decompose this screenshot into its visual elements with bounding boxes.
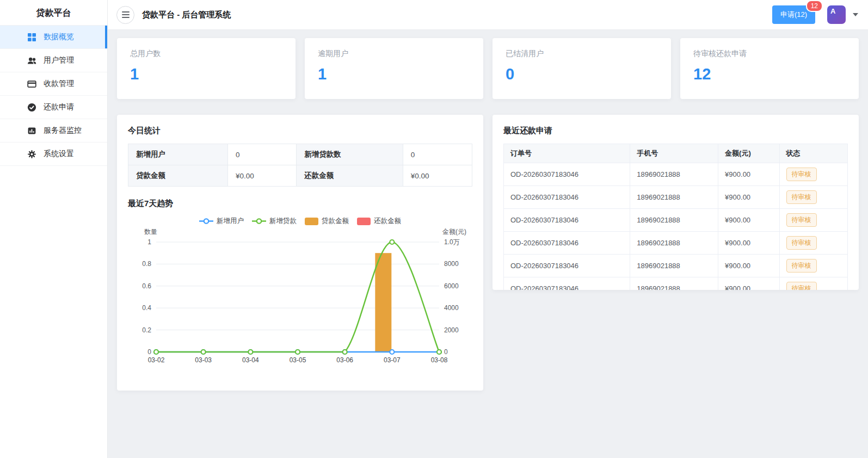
menu-toggle-button[interactable] xyxy=(116,6,134,24)
stat-value: 0 xyxy=(506,65,658,83)
svg-text:03-08: 03-08 xyxy=(431,356,448,364)
sidebar-item-label: 数据概览 xyxy=(44,32,74,42)
trend-chart: 000.220000.440000.660000.8800011.0万数量金额(… xyxy=(128,227,468,365)
status-badge: 待审核 xyxy=(786,213,817,227)
today-stat-value: ¥0.00 xyxy=(403,165,472,187)
order-id-cell: OD-20260307183046 xyxy=(504,209,630,232)
chart-legend: 新增用户新增贷款贷款金额还款金额 xyxy=(128,216,472,226)
svg-text:0: 0 xyxy=(444,348,448,356)
app-root: 贷款平台 数据概览用户管理收款管理还款申请服务器监控系统设置 贷款平台 - 后台… xyxy=(0,0,868,458)
today-stat-label: 新增用户 xyxy=(128,144,228,165)
svg-text:03-06: 03-06 xyxy=(336,356,353,364)
sidebar-item-label: 用户管理 xyxy=(44,55,74,65)
status-badge: 待审核 xyxy=(786,282,817,290)
stat-label: 逾期用户 xyxy=(318,49,470,59)
legend-label: 新增用户 xyxy=(217,216,244,226)
svg-text:数量: 数量 xyxy=(144,228,157,236)
svg-text:4000: 4000 xyxy=(444,304,459,312)
amount-cell: ¥900.00 xyxy=(718,186,779,209)
svg-text:03-05: 03-05 xyxy=(290,356,306,364)
sidebar-item-users[interactable]: 用户管理 xyxy=(0,49,107,72)
trend-title: 最近7天趋势 xyxy=(128,199,472,209)
app-logo: 贷款平台 xyxy=(0,0,107,26)
recent-table-header: 订单号 xyxy=(504,144,630,163)
phone-cell: 18969021888 xyxy=(630,255,718,277)
sidebar-item-server[interactable]: 服务器监控 xyxy=(0,119,107,143)
sidebar-menu: 数据概览用户管理收款管理还款申请服务器监控系统设置 xyxy=(0,26,107,166)
phone-cell: 18969021888 xyxy=(630,186,718,209)
today-stat-label: 还款金额 xyxy=(297,165,403,187)
recent-table-header: 手机号 xyxy=(630,144,718,163)
recent-table-header: 状态 xyxy=(779,144,847,163)
sidebar-item-label: 还款申请 xyxy=(44,102,74,112)
order-id-cell: OD-20260307183046 xyxy=(504,163,630,186)
stat-value: 1 xyxy=(130,65,282,83)
amount-cell: ¥900.00 xyxy=(718,255,779,277)
sidebar-item-overview[interactable]: 数据概览 xyxy=(0,26,107,49)
stat-label: 总用户数 xyxy=(130,49,282,59)
svg-text:0.4: 0.4 xyxy=(142,304,151,312)
status-cell: 待审核 xyxy=(779,186,847,209)
table-row: OD-2026030718304618969021888¥900.00待审核 xyxy=(504,232,848,255)
svg-text:03-04: 03-04 xyxy=(242,356,259,364)
stat-cards-row: 总用户数1逾期用户1已结清用户0待审核还款申请12 xyxy=(117,38,859,99)
table-row: OD-2026030718304618969021888¥900.00待审核 xyxy=(504,209,848,232)
order-id-cell: OD-20260307183046 xyxy=(504,186,630,209)
stat-label: 待审核还款申请 xyxy=(693,49,846,59)
check-circle-icon xyxy=(27,103,36,112)
users-icon xyxy=(27,56,36,65)
stat-card: 逾期用户1 xyxy=(305,38,483,99)
recent-repayments-panel: 最近还款申请 订单号手机号金额(元)状态 OD-2026030718304618… xyxy=(493,115,859,290)
today-stat-value: 0 xyxy=(403,144,472,165)
server-monitor-icon xyxy=(27,126,36,135)
phone-cell: 18969021888 xyxy=(630,163,718,186)
today-stats-table: 新增用户0新增贷款数0贷款金额¥0.00还款金额¥0.00 xyxy=(128,144,472,187)
status-badge: 待审核 xyxy=(786,236,817,250)
legend-label: 新增贷款 xyxy=(269,216,297,226)
table-row: OD-2026030718304618969021888¥900.00待审核 xyxy=(504,277,848,290)
sidebar-item-label: 收款管理 xyxy=(44,79,74,89)
svg-text:8000: 8000 xyxy=(444,260,459,268)
svg-text:金额(元): 金额(元) xyxy=(442,228,466,236)
amount-cell: ¥900.00 xyxy=(718,163,779,186)
today-stats-panel: 今日统计 新增用户0新增贷款数0贷款金额¥0.00还款金额¥0.00 最近7天趋… xyxy=(117,115,483,391)
status-cell: 待审核 xyxy=(779,163,847,186)
table-row: OD-2026030718304618969021888¥900.00待审核 xyxy=(504,255,848,277)
today-stat-label: 贷款金额 xyxy=(128,165,228,187)
recent-table-header: 金额(元) xyxy=(718,144,779,163)
order-id-cell: OD-20260307183046 xyxy=(504,232,630,255)
status-badge: 待审核 xyxy=(786,168,817,181)
bank-card-icon xyxy=(27,79,36,89)
legend-item[interactable]: 贷款金额 xyxy=(305,216,349,226)
sidebar-item-collections[interactable]: 收款管理 xyxy=(0,72,107,96)
legend-item[interactable]: 新增用户 xyxy=(199,216,244,226)
sidebar-item-settings[interactable]: 系统设置 xyxy=(0,143,107,166)
legend-label: 还款金额 xyxy=(374,216,401,226)
gear-icon xyxy=(27,150,36,159)
table-row: OD-2026030718304618969021888¥900.00待审核 xyxy=(504,163,848,186)
phone-cell: 18969021888 xyxy=(630,209,718,232)
sidebar-item-repayments[interactable]: 还款申请 xyxy=(0,96,107,119)
sidebar: 贷款平台 数据概览用户管理收款管理还款申请服务器监控系统设置 xyxy=(0,0,108,458)
today-stat-label: 新增贷款数 xyxy=(297,144,403,165)
phone-cell: 18969021888 xyxy=(630,232,718,255)
sidebar-item-label: 服务器监控 xyxy=(44,126,82,135)
legend-item[interactable]: 还款金额 xyxy=(357,216,401,226)
legend-bar-marker xyxy=(305,218,318,225)
svg-text:2000: 2000 xyxy=(444,326,459,334)
stat-card: 总用户数1 xyxy=(117,38,296,99)
avatar[interactable]: A xyxy=(827,5,846,24)
chevron-down-icon[interactable] xyxy=(853,13,858,16)
svg-text:1.0万: 1.0万 xyxy=(444,238,460,246)
legend-item[interactable]: 新增贷款 xyxy=(252,216,297,226)
page-title: 贷款平台 - 后台管理系统 xyxy=(142,10,231,20)
recent-repayments-table: 订单号手机号金额(元)状态 OD-20260307183046189690218… xyxy=(503,144,848,290)
svg-text:0.6: 0.6 xyxy=(142,282,151,290)
svg-text:6000: 6000 xyxy=(444,282,459,290)
amount-cell: ¥900.00 xyxy=(718,232,779,255)
legend-label: 贷款金额 xyxy=(322,216,349,226)
legend-line-marker xyxy=(199,218,213,225)
status-cell: 待审核 xyxy=(779,277,847,290)
legend-line-marker xyxy=(252,218,266,225)
status-cell: 待审核 xyxy=(779,255,847,277)
